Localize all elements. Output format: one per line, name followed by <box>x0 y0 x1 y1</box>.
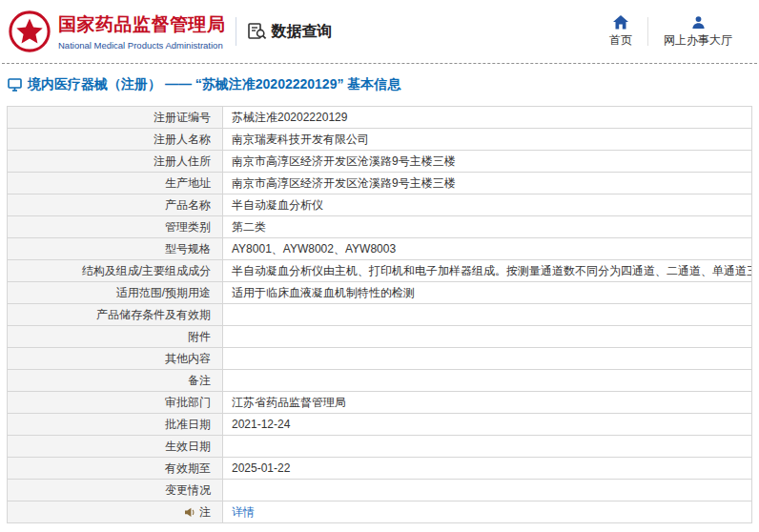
row-value: 江苏省药品监督管理局 <box>223 392 752 414</box>
table-row: 结构及组成/主要组成成分半自动凝血分析仪由主机、打印机和电子加样器组成。按测量通… <box>8 260 752 282</box>
person-icon <box>691 15 706 30</box>
nav-home-label: 首页 <box>609 32 632 49</box>
row-label: 管理类别 <box>8 216 223 238</box>
row-label: 批准日期 <box>8 414 223 436</box>
table-row: 注册人名称南京瑞麦科技开发有限公司 <box>8 129 752 151</box>
table-row: 变更情况 <box>8 480 752 501</box>
search-document-icon <box>248 23 267 40</box>
row-value: 2021-12-24 <box>223 414 752 436</box>
nav-hall-label: 网上办事大厅 <box>664 32 732 49</box>
top-nav: 首页 网上办事大厅 <box>594 15 748 49</box>
nav-item-service-hall[interactable]: 网上办事大厅 <box>648 15 748 49</box>
row-value <box>223 436 752 458</box>
page-title-bar: 境内医疗器械（注册） —— “苏械注准20202220129” 基本信息 <box>0 64 759 104</box>
document-icon <box>8 78 22 92</box>
row-label: 备注 <box>8 370 223 392</box>
table-row: 产品名称半自动凝血分析仪 <box>8 194 752 216</box>
speaker-icon <box>184 507 195 518</box>
row-label: 变更情况 <box>8 480 223 501</box>
info-table: 注册证编号苏械注准20202220129注册人名称南京瑞麦科技开发有限公司注册人… <box>7 106 752 523</box>
detail-link[interactable]: 详情 <box>232 505 255 519</box>
table-row: 产品储存条件及有效期 <box>8 304 752 326</box>
row-value <box>223 326 752 348</box>
row-value: 苏械注准20202220129 <box>223 107 752 129</box>
page: { "colors": { "red": "#c30d23", "blue": … <box>0 0 759 532</box>
row-label: 有效期至 <box>8 458 223 480</box>
row-label: 注册人名称 <box>8 129 223 151</box>
nmpa-emblem-logo <box>8 10 51 53</box>
row-label: 附件 <box>8 326 223 348</box>
agency-title-block: 国家药品监督管理局 National Medical Products Admi… <box>58 12 226 51</box>
table-row: 其他内容 <box>8 348 752 370</box>
row-label: 型号规格 <box>8 238 223 260</box>
row-value <box>223 370 752 392</box>
row-value <box>223 348 752 370</box>
table-row: 备注 <box>8 370 752 392</box>
table-row: 审批部门江苏省药品监督管理局 <box>8 392 752 414</box>
table-row: 注详情 <box>8 501 752 523</box>
row-label: 注册证编号 <box>8 107 223 129</box>
row-label: 生产地址 <box>8 173 223 194</box>
row-value: 南京瑞麦科技开发有限公司 <box>223 129 752 151</box>
row-value: 南京市高淳区经济开发区沧溪路9号主楼三楼 <box>223 151 752 173</box>
row-label: 产品名称 <box>8 194 223 216</box>
data-query-heading: 数据查询 <box>248 22 333 42</box>
row-value: 2025-01-22 <box>223 458 752 480</box>
table-row: 批准日期2021-12-24 <box>8 414 752 436</box>
table-row: 注册人住所南京市高淳区经济开发区沧溪路9号主楼三楼 <box>8 151 752 173</box>
table-row: 型号规格AY8001、AYW8002、AYW8003 <box>8 238 752 260</box>
table-row: 管理类别第二类 <box>8 216 752 238</box>
row-value: 半自动凝血分析仪 <box>223 194 752 216</box>
home-icon <box>613 15 628 30</box>
row-label: 注 <box>8 501 223 523</box>
table-row: 生效日期 <box>8 436 752 458</box>
table-row: 适用范围/预期用途适用于临床血液凝血机制特性的检测 <box>8 282 752 304</box>
table-row: 附件 <box>8 326 752 348</box>
agency-name-en: National Medical Products Administration <box>58 40 226 51</box>
row-value: 详情 <box>223 501 752 523</box>
agency-name-cn: 国家药品监督管理局 <box>58 12 226 37</box>
header-divider <box>236 17 236 46</box>
row-value: 半自动凝血分析仪由主机、打印机和电子加样器组成。按测量通道数不同分为四通道、二通… <box>223 260 752 282</box>
row-label: 生效日期 <box>8 436 223 458</box>
row-label: 产品储存条件及有效期 <box>8 304 223 326</box>
nav-item-home[interactable]: 首页 <box>594 15 647 49</box>
site-header: 国家药品监督管理局 National Medical Products Admi… <box>0 0 759 63</box>
row-value: 南京市高淳区经济开发区沧溪路9号主楼三楼 <box>223 173 752 194</box>
row-label: 适用范围/预期用途 <box>8 282 223 304</box>
data-query-label: 数据查询 <box>272 22 333 42</box>
row-label: 其他内容 <box>8 348 223 370</box>
page-title: 境内医疗器械（注册） —— “苏械注准20202220129” 基本信息 <box>28 76 400 93</box>
row-value <box>223 480 752 501</box>
row-value: 适用于临床血液凝血机制特性的检测 <box>223 282 752 304</box>
row-label: 注册人住所 <box>8 151 223 173</box>
row-label: 审批部门 <box>8 392 223 414</box>
row-value <box>223 304 752 326</box>
table-row: 生产地址南京市高淳区经济开发区沧溪路9号主楼三楼 <box>8 173 752 194</box>
table-row: 注册证编号苏械注准20202220129 <box>8 107 752 129</box>
row-value: AY8001、AYW8002、AYW8003 <box>223 238 752 260</box>
row-value: 第二类 <box>223 216 752 238</box>
row-label: 结构及组成/主要组成成分 <box>8 260 223 282</box>
table-row: 有效期至2025-01-22 <box>8 458 752 480</box>
